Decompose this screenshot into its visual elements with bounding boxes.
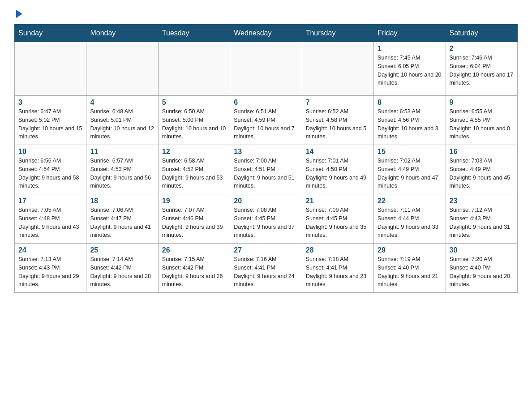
day-info: Sunrise: 7:13 AM Sunset: 4:43 PM Dayligh… — [18, 255, 82, 289]
calendar-week-row: 1Sunrise: 7:45 AM Sunset: 6:05 PM Daylig… — [15, 42, 518, 96]
calendar-cell — [302, 42, 373, 96]
logo — [14, 11, 23, 17]
day-info: Sunrise: 7:20 AM Sunset: 4:40 PM Dayligh… — [450, 255, 514, 289]
calendar-cell — [158, 42, 230, 96]
calendar-cell: 27Sunrise: 7:16 AM Sunset: 4:41 PM Dayli… — [230, 244, 302, 293]
calendar-cell: 30Sunrise: 7:20 AM Sunset: 4:40 PM Dayli… — [446, 244, 517, 293]
calendar-cell: 18Sunrise: 7:06 AM Sunset: 4:47 PM Dayli… — [86, 194, 158, 244]
weekday-header-monday: Monday — [86, 25, 158, 42]
day-info: Sunrise: 7:02 AM Sunset: 4:49 PM Dayligh… — [378, 157, 442, 190]
day-number: 22 — [378, 197, 442, 205]
day-number: 6 — [234, 98, 298, 107]
day-info: Sunrise: 6:50 AM Sunset: 5:00 PM Dayligh… — [162, 107, 226, 141]
page-header — [14, 11, 518, 17]
day-info: Sunrise: 7:15 AM Sunset: 4:42 PM Dayligh… — [162, 255, 226, 289]
calendar-cell: 12Sunrise: 6:58 AM Sunset: 4:52 PM Dayli… — [158, 145, 230, 194]
calendar-cell: 16Sunrise: 7:03 AM Sunset: 4:49 PM Dayli… — [446, 145, 517, 194]
day-number: 17 — [18, 197, 82, 205]
calendar-cell: 25Sunrise: 7:14 AM Sunset: 4:42 PM Dayli… — [86, 244, 158, 293]
day-number: 15 — [378, 148, 442, 156]
weekday-header-row: SundayMondayTuesdayWednesdayThursdayFrid… — [15, 25, 518, 42]
day-info: Sunrise: 6:57 AM Sunset: 4:53 PM Dayligh… — [90, 157, 154, 190]
day-info: Sunrise: 7:05 AM Sunset: 4:48 PM Dayligh… — [18, 206, 82, 240]
calendar-cell: 5Sunrise: 6:50 AM Sunset: 5:00 PM Daylig… — [158, 96, 230, 145]
calendar-cell: 1Sunrise: 7:45 AM Sunset: 6:05 PM Daylig… — [374, 42, 446, 96]
day-info: Sunrise: 7:08 AM Sunset: 4:45 PM Dayligh… — [234, 206, 298, 240]
calendar-cell: 15Sunrise: 7:02 AM Sunset: 4:49 PM Dayli… — [374, 145, 446, 194]
calendar-cell: 28Sunrise: 7:18 AM Sunset: 4:41 PM Dayli… — [302, 244, 373, 293]
day-number: 7 — [306, 98, 370, 107]
day-number: 3 — [18, 98, 82, 107]
calendar-cell — [230, 42, 302, 96]
weekday-header-wednesday: Wednesday — [230, 25, 302, 42]
calendar-week-row: 24Sunrise: 7:13 AM Sunset: 4:43 PM Dayli… — [15, 244, 518, 293]
calendar-cell: 10Sunrise: 6:56 AM Sunset: 4:54 PM Dayli… — [15, 145, 86, 194]
day-number: 8 — [378, 98, 442, 107]
calendar-cell: 11Sunrise: 6:57 AM Sunset: 4:53 PM Dayli… — [86, 145, 158, 194]
day-number: 28 — [306, 246, 370, 254]
calendar-cell: 24Sunrise: 7:13 AM Sunset: 4:43 PM Dayli… — [15, 244, 86, 293]
day-number: 30 — [450, 246, 514, 254]
day-number: 19 — [162, 197, 226, 205]
day-number: 4 — [90, 98, 154, 107]
day-info: Sunrise: 6:52 AM Sunset: 4:58 PM Dayligh… — [306, 107, 370, 141]
calendar-cell: 23Sunrise: 7:12 AM Sunset: 4:43 PM Dayli… — [446, 194, 517, 244]
day-info: Sunrise: 7:46 AM Sunset: 6:04 PM Dayligh… — [450, 54, 514, 87]
day-number: 18 — [90, 197, 154, 205]
day-info: Sunrise: 7:09 AM Sunset: 4:45 PM Dayligh… — [306, 206, 370, 240]
day-number: 24 — [18, 246, 82, 254]
weekday-header-saturday: Saturday — [446, 25, 517, 42]
calendar-cell: 3Sunrise: 6:47 AM Sunset: 5:02 PM Daylig… — [15, 96, 86, 145]
calendar-table: SundayMondayTuesdayWednesdayThursdayFrid… — [14, 24, 518, 293]
day-number: 1 — [378, 45, 442, 53]
calendar-cell: 21Sunrise: 7:09 AM Sunset: 4:45 PM Dayli… — [302, 194, 373, 244]
day-number: 27 — [234, 246, 298, 254]
calendar-cell — [15, 42, 86, 96]
calendar-week-row: 10Sunrise: 6:56 AM Sunset: 4:54 PM Dayli… — [15, 145, 518, 194]
day-number: 14 — [306, 148, 370, 156]
day-number: 25 — [90, 246, 154, 254]
day-info: Sunrise: 7:01 AM Sunset: 4:50 PM Dayligh… — [306, 157, 370, 190]
day-number: 2 — [450, 45, 514, 53]
day-info: Sunrise: 6:48 AM Sunset: 5:01 PM Dayligh… — [90, 107, 154, 141]
day-number: 23 — [450, 197, 514, 205]
day-info: Sunrise: 6:56 AM Sunset: 4:54 PM Dayligh… — [18, 157, 82, 190]
day-info: Sunrise: 7:12 AM Sunset: 4:43 PM Dayligh… — [450, 206, 514, 240]
calendar-cell: 17Sunrise: 7:05 AM Sunset: 4:48 PM Dayli… — [15, 194, 86, 244]
day-info: Sunrise: 6:58 AM Sunset: 4:52 PM Dayligh… — [162, 157, 226, 190]
calendar-cell: 9Sunrise: 6:55 AM Sunset: 4:55 PM Daylig… — [446, 96, 517, 145]
day-info: Sunrise: 7:18 AM Sunset: 4:41 PM Dayligh… — [306, 255, 370, 289]
day-number: 5 — [162, 98, 226, 107]
day-number: 11 — [90, 148, 154, 156]
weekday-header-thursday: Thursday — [302, 25, 373, 42]
day-info: Sunrise: 6:55 AM Sunset: 4:55 PM Dayligh… — [450, 107, 514, 141]
calendar-cell: 8Sunrise: 6:53 AM Sunset: 4:56 PM Daylig… — [374, 96, 446, 145]
day-info: Sunrise: 7:03 AM Sunset: 4:49 PM Dayligh… — [450, 157, 514, 190]
day-number: 13 — [234, 148, 298, 156]
calendar-cell: 13Sunrise: 7:00 AM Sunset: 4:51 PM Dayli… — [230, 145, 302, 194]
day-info: Sunrise: 7:45 AM Sunset: 6:05 PM Dayligh… — [378, 54, 442, 87]
calendar-week-row: 17Sunrise: 7:05 AM Sunset: 4:48 PM Dayli… — [15, 194, 518, 244]
day-number: 21 — [306, 197, 370, 205]
calendar-cell: 7Sunrise: 6:52 AM Sunset: 4:58 PM Daylig… — [302, 96, 373, 145]
day-info: Sunrise: 6:51 AM Sunset: 4:59 PM Dayligh… — [234, 107, 298, 141]
calendar-cell: 29Sunrise: 7:19 AM Sunset: 4:40 PM Dayli… — [374, 244, 446, 293]
calendar-header: SundayMondayTuesdayWednesdayThursdayFrid… — [15, 25, 518, 42]
day-number: 9 — [450, 98, 514, 107]
calendar-body: 1Sunrise: 7:45 AM Sunset: 6:05 PM Daylig… — [15, 42, 518, 293]
day-info: Sunrise: 7:11 AM Sunset: 4:44 PM Dayligh… — [378, 206, 442, 240]
day-info: Sunrise: 7:07 AM Sunset: 4:46 PM Dayligh… — [162, 206, 226, 240]
calendar-cell: 20Sunrise: 7:08 AM Sunset: 4:45 PM Dayli… — [230, 194, 302, 244]
weekday-header-tuesday: Tuesday — [158, 25, 230, 42]
day-info: Sunrise: 6:53 AM Sunset: 4:56 PM Dayligh… — [378, 107, 442, 141]
day-info: Sunrise: 7:00 AM Sunset: 4:51 PM Dayligh… — [234, 157, 298, 190]
day-number: 12 — [162, 148, 226, 156]
day-info: Sunrise: 7:19 AM Sunset: 4:40 PM Dayligh… — [378, 255, 442, 289]
day-number: 26 — [162, 246, 226, 254]
day-info: Sunrise: 6:47 AM Sunset: 5:02 PM Dayligh… — [18, 107, 82, 141]
calendar-cell: 6Sunrise: 6:51 AM Sunset: 4:59 PM Daylig… — [230, 96, 302, 145]
calendar-cell: 2Sunrise: 7:46 AM Sunset: 6:04 PM Daylig… — [446, 42, 517, 96]
day-number: 20 — [234, 197, 298, 205]
calendar-cell: 14Sunrise: 7:01 AM Sunset: 4:50 PM Dayli… — [302, 145, 373, 194]
day-info: Sunrise: 7:16 AM Sunset: 4:41 PM Dayligh… — [234, 255, 298, 289]
